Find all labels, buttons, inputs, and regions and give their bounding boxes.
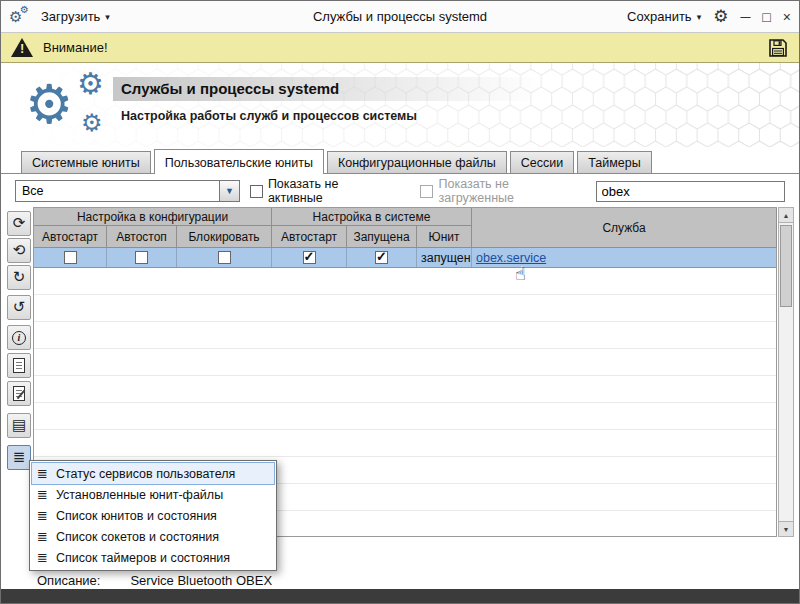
save-file-icon[interactable] [767, 37, 789, 59]
menu-item-timers-list[interactable]: ≣ Список таймеров и состояния [32, 547, 274, 568]
unit-filter-value: Все [22, 184, 44, 198]
file-edit-button[interactable] [7, 381, 31, 406]
service-link[interactable]: obex.service [476, 251, 546, 265]
search-input[interactable] [596, 181, 785, 202]
warning-icon: ! [11, 38, 33, 57]
menu-item-sockets-list[interactable]: ≣ Список сокетов и состояния [32, 526, 274, 547]
list-icon: ≣ [37, 529, 48, 544]
show-inactive-checkbox[interactable] [250, 185, 263, 198]
status-menu-button[interactable]: ≣ [7, 445, 31, 470]
warning-exclamation: ! [20, 41, 24, 56]
tab-config-files[interactable]: Конфигурационные файлы [327, 151, 507, 173]
scrollbar-thumb[interactable] [780, 225, 792, 307]
window-bottom-bar [1, 589, 799, 603]
close-button[interactable]: × [783, 10, 791, 24]
gear-icon: ⚙ [81, 111, 103, 135]
info-button[interactable]: i [7, 325, 31, 350]
gear-icon: ⚙ [77, 69, 104, 99]
description-value: Service Bluetooth OBEX [130, 573, 272, 588]
page-title: Службы и процессы systemd [121, 80, 339, 97]
list-icon: ≣ [37, 487, 48, 502]
chevron-down-icon: ▾ [105, 12, 110, 22]
app-gears-icon: ⚙ ⚙ [9, 5, 33, 29]
system-autostart-checkbox[interactable] [303, 251, 316, 264]
menu-item-installed-unit-files[interactable]: ≣ Установленные юнит-файлы [32, 484, 274, 505]
list-button[interactable]: ▤ [7, 413, 31, 438]
tab-user-units[interactable]: Пользовательские юниты [154, 149, 324, 174]
show-inactive-label: Показать не активные [268, 177, 395, 205]
column-header: Юнит [417, 226, 472, 248]
config-autostart-checkbox[interactable] [64, 251, 77, 264]
system-running-checkbox[interactable] [375, 251, 388, 264]
list-icon: ▤ [12, 418, 26, 433]
titlebar: ⚙ ⚙ Загрузить ▾ Службы и процессы system… [1, 1, 799, 33]
menu-item-label: Список сокетов и состояния [56, 530, 219, 544]
settings-gear-icon[interactable]: ⚙ [713, 8, 728, 25]
filter-bar: Все ▼ Показать не активные Показать не з… [1, 178, 799, 204]
tab-system-units[interactable]: Системные юниты [21, 151, 151, 173]
tab-sessions[interactable]: Сессии [510, 151, 574, 173]
status-line: Описание: Service Bluetooth OBEX [37, 573, 272, 588]
minimize-button[interactable]: ─ [740, 10, 750, 24]
config-block-checkbox[interactable] [218, 251, 231, 264]
warning-banner: ! Внимание! [1, 33, 799, 63]
hand-cursor-icon: ☝ [515, 263, 526, 285]
gear-icon: ⚙ [25, 77, 73, 131]
group-header-config: Настройка в конфигурации [34, 208, 272, 226]
show-inactive-group: Показать не активные [250, 177, 395, 205]
page-subtitle: Настройка работы служб и процессов систе… [121, 109, 417, 123]
tab-timers[interactable]: Таймеры [577, 151, 652, 173]
page-header: ⚙ ⚙ ⚙ Службы и процессы systemd Настройк… [1, 63, 799, 147]
menu-item-label: Статус сервисов пользователя [56, 467, 235, 481]
save-button[interactable]: Сохранить ▾ [627, 9, 701, 24]
file-icon [13, 358, 25, 373]
unit-state-cell: запущен [417, 248, 472, 267]
description-label: Описание: [37, 573, 100, 588]
status-context-menu: ≣ Статус сервисов пользователя ≣ Установ… [29, 460, 277, 571]
info-icon: i [12, 331, 26, 345]
window-title: Службы и процессы systemd [313, 9, 487, 24]
refresh-icon: ⟳ [13, 216, 26, 231]
restart-icon: ⟲ [13, 243, 26, 258]
undo-button[interactable]: ↺ [7, 295, 31, 320]
maximize-button[interactable]: □ [762, 10, 770, 24]
vertical-scrollbar[interactable]: ▲ ▼ [778, 207, 794, 537]
chevron-down-icon: ▾ [697, 12, 702, 22]
pencil-icon [17, 390, 26, 400]
menu-item-units-list[interactable]: ≣ Список юнитов и состояния [32, 505, 274, 526]
warning-label: Внимание! [43, 40, 108, 55]
list-icon: ≣ [37, 550, 48, 565]
column-header: Блокировать [177, 226, 272, 248]
restart-button[interactable]: ⟲ [7, 238, 31, 263]
list-icon: ≣ [37, 466, 48, 481]
list-icon: ≣ [37, 508, 48, 523]
app-window: ⚙ ⚙ Загрузить ▾ Службы и процессы system… [0, 0, 800, 604]
show-unloaded-checkbox[interactable] [420, 185, 433, 198]
redo-button[interactable]: ↻ [7, 265, 31, 290]
column-header: Автостарт [272, 226, 347, 248]
menu-icon: ≣ [13, 450, 26, 465]
group-header-system: Настройка в системе [272, 208, 472, 226]
menu-item-user-services-status[interactable]: ≣ Статус сервисов пользователя [32, 463, 274, 484]
save-button-label: Сохранить [627, 9, 692, 24]
scroll-up-button[interactable]: ▲ [779, 208, 793, 223]
config-autostop-checkbox[interactable] [135, 251, 148, 264]
menu-item-label: Список таймеров и состояния [56, 551, 230, 565]
load-button-label: Загрузить [41, 9, 100, 24]
refresh-button[interactable]: ⟳ [7, 211, 31, 236]
column-header: Запущена [347, 226, 417, 248]
file-button[interactable] [7, 353, 31, 378]
menu-item-label: Установленные юнит-файлы [56, 488, 223, 502]
scroll-down-button[interactable]: ▼ [779, 521, 793, 536]
table-row-selected[interactable]: запущен obex.service [34, 248, 776, 268]
show-unloaded-label: Показать не загруженные [438, 177, 585, 205]
gear-icon: ⚙ [20, 4, 29, 15]
show-unloaded-group: Показать не загруженные [420, 177, 585, 205]
table-header: Настройка в конфигурации Настройка в сис… [34, 208, 776, 248]
load-button[interactable]: Загрузить ▾ [41, 9, 110, 24]
undo-icon: ↺ [13, 300, 26, 315]
app-logo-gears: ⚙ ⚙ ⚙ [19, 67, 123, 145]
file-edit-icon [13, 386, 25, 401]
chevron-down-icon[interactable]: ▼ [219, 181, 239, 201]
unit-filter-dropdown[interactable]: Все ▼ [15, 180, 240, 202]
